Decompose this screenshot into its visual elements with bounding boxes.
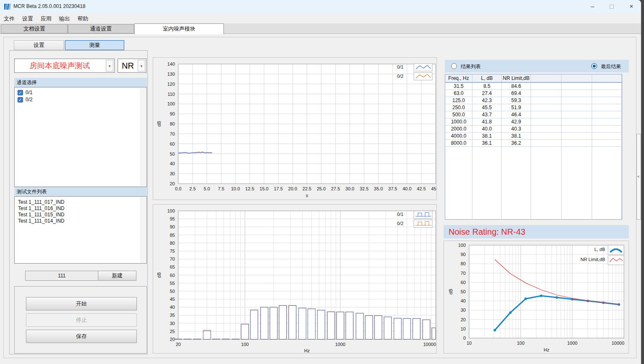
table-cell	[562, 74, 592, 82]
svg-text:45.0: 45.0	[431, 186, 436, 191]
table-row-4[interactable]: 500.043.746.4	[445, 111, 622, 118]
test-file-item-0[interactable]: Test 1_111_017_IND	[15, 199, 146, 205]
svg-text:40: 40	[461, 298, 466, 303]
main-tab-1[interactable]: 通道设置	[68, 24, 134, 33]
save-button[interactable]: 保存	[26, 330, 137, 343]
test-name-input[interactable]: 111	[25, 271, 98, 281]
table-row-2[interactable]: 125.042.359.3	[445, 97, 622, 104]
svg-text:40: 40	[170, 161, 175, 166]
svg-text:95: 95	[170, 216, 175, 221]
test-file-list[interactable]: Test 1_111_017_INDTest 1_111_016_INDTest…	[14, 196, 147, 264]
table-cell	[592, 104, 622, 111]
channel-item-1[interactable]: ✓0/2	[15, 96, 146, 103]
svg-text:1000: 1000	[567, 341, 577, 346]
table-cell: 42.9	[502, 118, 531, 125]
svg-text:40: 40	[170, 305, 175, 310]
table-cell: 46.4	[502, 111, 531, 118]
new-button[interactable]: 新建	[98, 271, 136, 281]
test-name-value: 房间本底噪声测试	[15, 59, 105, 72]
svg-text:Hz: Hz	[304, 348, 310, 353]
svg-text:80: 80	[170, 241, 175, 246]
svg-text:110: 110	[167, 92, 175, 97]
rating-type-combobox[interactable]: NR ▾	[118, 59, 146, 73]
main-tab-0[interactable]: 文档设置	[1, 24, 68, 33]
table-cell: 42.3	[472, 97, 502, 104]
svg-text:100: 100	[167, 208, 175, 213]
table-cell: 69.4	[502, 90, 531, 97]
test-file-item-3[interactable]: Test 1_111_014_IND	[15, 218, 146, 224]
stop-button: 停止	[26, 313, 137, 327]
svg-text:65: 65	[170, 264, 175, 269]
results-table[interactable]: Freq., HzL, dBNR Limit,dB31.58.584.663.0…	[445, 74, 622, 220]
table-cell	[531, 126, 562, 132]
menu-item-1[interactable]: 设置	[18, 13, 37, 23]
svg-text:0/2: 0/2	[397, 221, 403, 226]
table-cell	[531, 140, 562, 146]
svg-text:dB: dB	[157, 272, 162, 278]
channel-item-0[interactable]: ✓0/1	[15, 89, 146, 96]
test-file-item-1[interactable]: Test 1_111_016_IND	[15, 205, 146, 212]
table-row-7[interactable]: 4000.038.138.1	[445, 133, 622, 140]
table-row-8[interactable]: 8000.036.136.2	[445, 140, 622, 147]
table-cell	[562, 83, 592, 90]
table-cell: 59.3	[502, 97, 531, 104]
menu-item-3[interactable]: 输出	[55, 13, 74, 23]
checkbox-icon[interactable]: ✓	[18, 90, 23, 95]
table-row-1[interactable]: 63.027.469.4	[445, 90, 622, 97]
table-row-3[interactable]: 250.045.551.9	[445, 104, 622, 111]
table-cell	[592, 133, 622, 139]
table-row-5[interactable]: 1000.041.842.9	[445, 118, 622, 126]
chevron-down-icon[interactable]: ▾	[106, 60, 113, 72]
table-cell	[531, 104, 562, 111]
close-button[interactable]: ×	[622, 0, 641, 13]
table-cell	[562, 104, 592, 111]
table-row-0[interactable]: 31.58.584.6	[445, 83, 622, 90]
menu-item-2[interactable]: 应用	[37, 13, 55, 23]
svg-text:dB: dB	[448, 289, 453, 294]
svg-text:50: 50	[170, 289, 175, 294]
sub-tab-0[interactable]: 设置	[14, 40, 64, 50]
svg-text:dB: dB	[157, 121, 162, 126]
svg-text:60: 60	[170, 273, 175, 278]
nr-curve-chart: 010203040506070809010010100100010000HzdB…	[444, 241, 629, 354]
noise-rating-banner: Noise Rating: NR-43	[444, 225, 629, 238]
table-cell: 38.1	[502, 133, 531, 139]
table-cell	[592, 90, 622, 97]
test-name-combobox[interactable]: 房间本底噪声测试 ▾	[14, 59, 115, 73]
result-list-radio[interactable]	[451, 63, 457, 69]
table-cell	[502, 147, 531, 219]
table-row-6[interactable]: 2000.040.040.3	[445, 126, 622, 133]
svg-text:75: 75	[170, 249, 175, 254]
svg-text:s: s	[306, 193, 308, 198]
sub-tab-1[interactable]: 测量	[65, 40, 124, 50]
svg-text:70: 70	[170, 256, 175, 261]
chevron-down-icon[interactable]: ▾	[138, 60, 145, 72]
table-cell	[592, 118, 622, 125]
svg-text:10000: 10000	[423, 342, 436, 347]
svg-text:80: 80	[170, 121, 175, 126]
maximize-button[interactable]	[602, 0, 621, 13]
window-title: MCR Beta 2.05.0.001 20230418	[13, 3, 85, 9]
menu-item-4[interactable]: 帮助	[74, 13, 92, 23]
main-tabstrip: 文档设置通道设置室内噪声模块	[0, 23, 641, 34]
last-result-radio[interactable]	[591, 63, 597, 69]
table-cell: 8.5	[472, 83, 502, 90]
channel-list[interactable]: ✓0/1✓0/2	[14, 87, 147, 187]
table-cell	[562, 111, 592, 118]
svg-text:25.0: 25.0	[317, 186, 326, 191]
table-cell: NR Limit,dB	[502, 74, 531, 82]
checkbox-icon[interactable]: ✓	[18, 97, 23, 103]
svg-text:20: 20	[461, 317, 466, 322]
panel-collapse-splitter[interactable]: <	[636, 134, 641, 220]
svg-text:1000: 1000	[335, 342, 345, 347]
channel-label: 0/2	[26, 97, 33, 103]
test-file-item-2[interactable]: Test 1_111_015_IND	[15, 212, 146, 218]
main-tab-2[interactable]: 室内噪声模块	[134, 23, 224, 34]
start-button[interactable]: 开始	[26, 297, 137, 310]
desktop: MCR Beta 2.05.0.001 20230418 – × 文件设置应用输…	[0, 0, 644, 364]
svg-text:17.5: 17.5	[274, 186, 282, 191]
table-cell: 38.1	[472, 133, 502, 139]
minimize-button[interactable]: –	[583, 0, 602, 13]
menu-item-0[interactable]: 文件	[0, 13, 18, 23]
svg-text:0.0: 0.0	[175, 186, 181, 191]
